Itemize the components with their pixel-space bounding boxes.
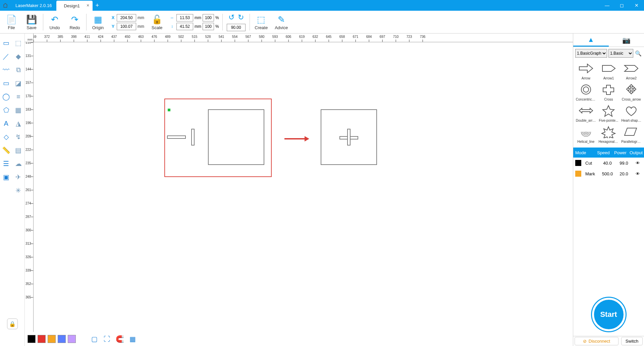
eraser-tool[interactable]: ◇ (0, 130, 12, 143)
switch-button[interactable]: Switch (621, 337, 643, 345)
tab-shapes[interactable]: ▲ (573, 34, 609, 47)
close-button[interactable]: ✕ (629, 0, 644, 11)
curve-tool[interactable]: 〰 (0, 63, 12, 76)
select-tool[interactable]: ▭ (0, 36, 12, 50)
x-input[interactable] (117, 14, 136, 21)
create-button[interactable]: ⬚ Create (251, 11, 271, 33)
rect-tool[interactable]: ▭ (0, 76, 12, 90)
width-pct-input[interactable] (203, 14, 214, 21)
ruler-tick: 326 (25, 255, 31, 259)
visibility-icon[interactable]: 👁 (632, 171, 644, 176)
path-tool[interactable]: ↯ (12, 130, 25, 143)
right-panel-tabs: ▲ 📷 (573, 34, 644, 47)
origin-marker[interactable] (168, 109, 170, 111)
gallery-item[interactable]: Heart-shaped (621, 103, 642, 122)
polygon-tool[interactable]: ⬠ (0, 103, 12, 117)
gallery-item[interactable]: Helical_line (575, 124, 597, 143)
shape-tool[interactable]: ◪ (12, 76, 25, 90)
rotate-ccw-icon[interactable]: ↺ (228, 13, 234, 22)
layers-tool[interactable]: ☰ (0, 157, 12, 170)
gallery-item[interactable]: Cross (598, 82, 620, 101)
close-icon[interactable]: × (87, 3, 89, 8)
advice-button[interactable]: ✎ Advice (271, 11, 291, 33)
magnet-icon[interactable]: 🧲 (115, 334, 125, 344)
trace-tool[interactable]: ✈ (12, 170, 25, 184)
gallery-item[interactable]: Arrow (575, 61, 597, 80)
gallery-thumb (577, 61, 595, 76)
layer-row[interactable]: Mark500.020.0👁 (573, 168, 644, 179)
ruler-tick: 274 (25, 201, 31, 205)
color-swatch[interactable] (28, 335, 36, 343)
save-button[interactable]: 💾 Save (21, 11, 42, 33)
redo-button[interactable]: ↷ Redo (65, 11, 85, 33)
tab-camera[interactable]: 📷 (609, 34, 644, 47)
shape-square-left[interactable] (208, 109, 264, 165)
color-swatch[interactable] (68, 335, 76, 343)
ruler-tick: 710 (393, 35, 399, 39)
grid-tool[interactable]: ▦ (12, 103, 25, 117)
origin-button[interactable]: ▦ Origin (88, 11, 108, 33)
visibility-icon[interactable]: 👁 (632, 161, 644, 166)
disconnect-button[interactable]: ⊘ Disconnect (575, 337, 619, 345)
array-tool[interactable]: ▤ (12, 143, 25, 157)
focus-icon[interactable]: ⛶ (102, 334, 112, 344)
gallery-item[interactable]: Hexagonal_... (598, 124, 620, 143)
laser-tool[interactable]: ✳ (12, 184, 25, 197)
disconnect-icon: ⊘ (583, 339, 587, 344)
color-swatch[interactable] (48, 335, 56, 343)
table-icon[interactable]: ▦ (127, 334, 138, 344)
lock-button[interactable]: 🔒 (7, 319, 18, 329)
rotation-input[interactable] (227, 24, 246, 31)
minimize-button[interactable]: — (600, 0, 614, 11)
gallery-item[interactable]: Arrow1 (598, 61, 620, 80)
advice-icon: ✎ (278, 14, 285, 25)
frame-tool[interactable]: ▣ (0, 170, 12, 184)
marquee-tool[interactable]: ⬚ (12, 36, 25, 50)
cloud-tool[interactable]: ☁ (12, 157, 25, 170)
layer-row[interactable]: Cut40.099.0👁 (573, 158, 644, 168)
fill-tool[interactable]: ◆ (12, 50, 25, 63)
gallery-item[interactable]: Arrow2 (621, 61, 642, 80)
height-input[interactable] (176, 23, 193, 30)
shape-cross-v[interactable] (347, 129, 351, 146)
new-tab-button[interactable]: + (93, 0, 102, 11)
ruler-tool[interactable]: 📏 (0, 143, 12, 157)
color-swatch[interactable] (38, 335, 46, 343)
gallery-item[interactable]: Parallelogram (621, 124, 642, 143)
ellipse-tool[interactable]: ◯ (0, 90, 12, 103)
copy-tool[interactable]: ⧉ (12, 63, 25, 76)
gallery-item[interactable]: Five-pointe... (598, 103, 620, 122)
y-input[interactable] (117, 23, 136, 30)
frame-icon[interactable]: ▢ (89, 334, 99, 344)
gallery-item[interactable]: Double_arrow (575, 103, 597, 122)
gallery-thumb (622, 124, 641, 139)
start-button[interactable]: Start (592, 298, 626, 331)
scale-button[interactable]: 🔓 Scale (147, 11, 167, 33)
home-icon[interactable] (0, 0, 11, 11)
text-tool[interactable]: A (0, 117, 12, 130)
height-pct-input[interactable] (203, 23, 214, 30)
undo-button[interactable]: ↶ Undo (45, 11, 65, 33)
canvas[interactable] (34, 42, 573, 332)
gallery-category-select[interactable]: 1.BasicGraph (575, 49, 607, 58)
gallery-item[interactable]: Concentric_... (575, 82, 597, 101)
shape-vertical-bar[interactable] (191, 129, 195, 146)
ruler-tick: 593 (272, 35, 278, 39)
shape-horizontal-bar[interactable] (167, 135, 186, 139)
color-swatch[interactable] (58, 335, 66, 343)
search-icon[interactable]: 🔍 (635, 50, 642, 57)
ruler-tick: 606 (286, 35, 291, 39)
rotate-cw-icon[interactable]: ↻ (238, 13, 244, 22)
tab-design1[interactable]: Design1 × (56, 1, 93, 11)
file-button[interactable]: 📄 File (1, 11, 21, 33)
gallery-thumb (577, 124, 595, 139)
line-tool[interactable]: ／ (0, 50, 12, 63)
gallery-subcategory-select[interactable]: 1.Basic (608, 49, 633, 58)
maximize-button[interactable]: ◻ (614, 0, 629, 11)
width-input[interactable] (176, 14, 193, 21)
gallery-label: Arrow2 (626, 76, 637, 80)
align-tool[interactable]: ≡ (12, 90, 25, 103)
mirror-tool[interactable]: ◮ (12, 117, 25, 130)
ruler-tick: 632 (313, 35, 318, 39)
gallery-item[interactable]: Cross_arrow (621, 82, 642, 101)
